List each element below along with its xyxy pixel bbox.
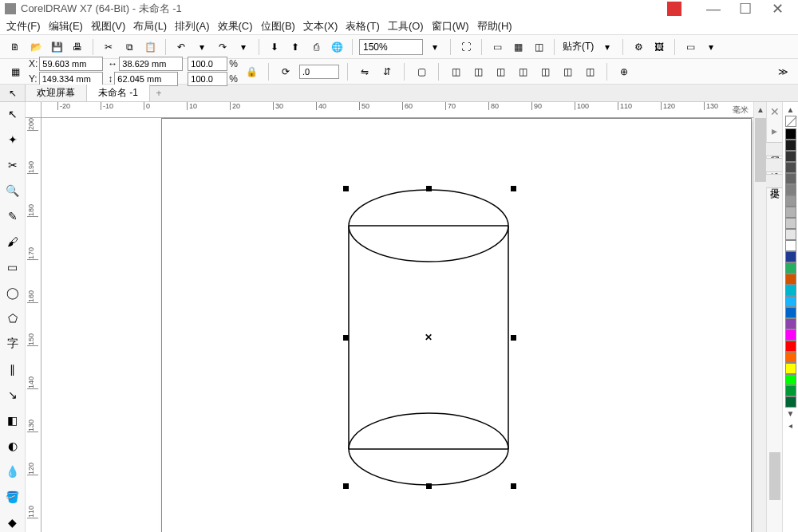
snap-label[interactable]: 贴齐(T) <box>563 40 594 53</box>
color-swatch[interactable] <box>785 363 796 374</box>
color-swatch[interactable] <box>785 274 796 285</box>
ellipse-tool-icon[interactable]: ◯ <box>3 284 22 301</box>
user-icon[interactable] <box>667 2 681 16</box>
redo-icon[interactable]: ↷ <box>214 38 231 56</box>
palette-up-icon[interactable]: ▲ <box>787 105 795 114</box>
menu-layout[interactable]: 布局(L) <box>133 19 167 33</box>
rotation-input[interactable] <box>299 65 339 79</box>
menu-view[interactable]: 视图(V) <box>91 19 125 33</box>
color-swatch[interactable] <box>785 352 796 363</box>
color-swatch[interactable] <box>785 195 796 207</box>
color-swatch[interactable] <box>785 341 796 352</box>
mirror-v-icon[interactable]: ⇵ <box>378 63 396 81</box>
horizontal-ruler[interactable]: 毫米 -20-100102030405060708090100110120130 <box>41 102 753 118</box>
menu-help[interactable]: 帮助(H) <box>477 19 512 33</box>
selection-handle-br[interactable] <box>511 483 516 489</box>
menu-file[interactable]: 文件(F) <box>6 19 41 33</box>
transparency-tool-icon[interactable]: ◐ <box>3 437 22 455</box>
copy-icon[interactable]: ⧉ <box>120 38 138 56</box>
cylinder-drawing[interactable] <box>41 118 753 532</box>
text-tool-icon[interactable]: 字 <box>3 335 22 353</box>
interactive-fill-icon[interactable]: 🪣 <box>3 488 22 506</box>
no-color-swatch[interactable] <box>785 116 796 127</box>
menu-bitmap[interactable]: 位图(B) <box>261 19 295 33</box>
color-swatch[interactable] <box>785 140 796 151</box>
show-guidelines-icon[interactable]: ◫ <box>530 38 547 56</box>
simplify-icon[interactable]: ◫ <box>514 63 531 81</box>
scroll-up-icon[interactable]: ▲ <box>757 105 764 114</box>
vertical-ruler[interactable]: 200190180170160150140130120110 <box>26 118 41 532</box>
paste-icon[interactable]: 📋 <box>141 38 159 56</box>
import-icon[interactable]: ⬇ <box>266 38 283 56</box>
trim-icon[interactable]: ◫ <box>469 63 487 81</box>
lock-ratio-icon[interactable]: 🔒 <box>243 63 260 81</box>
docker-expand-icon[interactable]: ▸ <box>772 124 777 137</box>
selection-handle-tm[interactable] <box>426 186 432 191</box>
undo-icon[interactable]: ↶ <box>172 38 190 56</box>
options-icon[interactable]: ⚙ <box>630 38 647 56</box>
drop-shadow-icon[interactable]: ◧ <box>3 412 22 429</box>
width-input[interactable] <box>119 57 183 71</box>
export-icon[interactable]: ⬆ <box>286 38 304 56</box>
show-rulers-icon[interactable]: ▭ <box>488 38 506 56</box>
color-swatch[interactable] <box>785 151 796 162</box>
color-swatch[interactable] <box>785 374 796 385</box>
smart-fill-icon[interactable]: ◆ <box>3 514 22 531</box>
docker-object-properties[interactable]: 对象属性 <box>765 142 784 156</box>
front-minus-back-icon[interactable]: ◫ <box>536 63 554 81</box>
back-minus-front-icon[interactable]: ◫ <box>559 63 576 81</box>
close-button[interactable]: ✕ <box>761 0 793 18</box>
docker-scrollbar-thumb[interactable] <box>769 452 780 500</box>
color-swatch[interactable] <box>785 262 796 274</box>
x-position-input[interactable] <box>39 57 103 71</box>
scale-x-input[interactable] <box>188 57 227 71</box>
color-swatch[interactable] <box>785 128 796 140</box>
selection-handle-tl[interactable] <box>343 186 349 191</box>
cut-icon[interactable]: ✂ <box>100 38 117 56</box>
docker-guidelines[interactable]: 辅助线 <box>765 158 784 172</box>
maximize-button[interactable]: ☐ <box>729 0 761 18</box>
minimize-button[interactable]: — <box>697 1 729 18</box>
color-swatch[interactable] <box>785 318 796 329</box>
selection-handle-bm[interactable] <box>426 483 432 489</box>
color-swatch[interactable] <box>785 385 796 396</box>
crop-tool-icon[interactable]: ✂ <box>3 156 22 174</box>
menu-edit[interactable]: 编辑(E) <box>49 19 83 33</box>
redo-dropdown-icon[interactable]: ▾ <box>235 38 252 56</box>
color-swatch[interactable] <box>785 329 796 341</box>
undo-dropdown-icon[interactable]: ▾ <box>193 38 211 56</box>
scrollbar-thumb[interactable] <box>755 118 766 182</box>
color-swatch[interactable] <box>785 240 796 251</box>
color-swatch[interactable] <box>785 184 796 195</box>
tab-welcome[interactable]: 欢迎屏幕 <box>26 85 87 101</box>
save-icon[interactable]: 💾 <box>48 38 65 56</box>
mirror-h-icon[interactable]: ⇋ <box>356 63 373 81</box>
color-swatch[interactable] <box>785 285 796 296</box>
snap-dropdown-icon[interactable]: ▾ <box>598 38 616 56</box>
show-grid-icon[interactable]: ▦ <box>509 38 527 56</box>
overflow-icon[interactable]: ≫ <box>774 63 792 81</box>
print-icon[interactable]: 🖶 <box>69 38 86 56</box>
palette-flyout-icon[interactable]: ◂ <box>788 421 792 430</box>
color-swatch[interactable] <box>785 296 796 307</box>
fullscreen-icon[interactable]: ⛶ <box>457 38 475 56</box>
rectangle-tool-icon[interactable]: ▭ <box>3 258 22 276</box>
pick-tool-icon[interactable]: ↖ <box>3 105 22 123</box>
color-swatch[interactable] <box>785 173 796 184</box>
zoom-dropdown-icon[interactable]: ▾ <box>426 38 444 56</box>
intersect-icon[interactable]: ◫ <box>492 63 509 81</box>
selection-center-icon[interactable]: ✕ <box>425 332 433 343</box>
palette-down-icon[interactable]: ▼ <box>787 409 795 418</box>
boundary-icon[interactable]: ◫ <box>581 63 598 81</box>
launch-icon[interactable]: 🖼 <box>650 38 668 56</box>
canvas[interactable]: ✕ <box>41 118 753 532</box>
color-swatch[interactable] <box>785 207 796 218</box>
zoom-tool-icon[interactable]: 🔍 <box>3 182 22 199</box>
zoom-input[interactable] <box>359 39 423 55</box>
menu-window[interactable]: 窗口(W) <box>432 19 469 33</box>
publish-icon[interactable]: ⎙ <box>307 38 325 56</box>
polygon-tool-icon[interactable]: ⬠ <box>3 309 22 327</box>
vertical-scrollbar[interactable]: ▲ <box>753 102 766 532</box>
tab-document[interactable]: 未命名 -1 <box>87 85 150 101</box>
add-icon[interactable]: ⊕ <box>615 63 633 81</box>
